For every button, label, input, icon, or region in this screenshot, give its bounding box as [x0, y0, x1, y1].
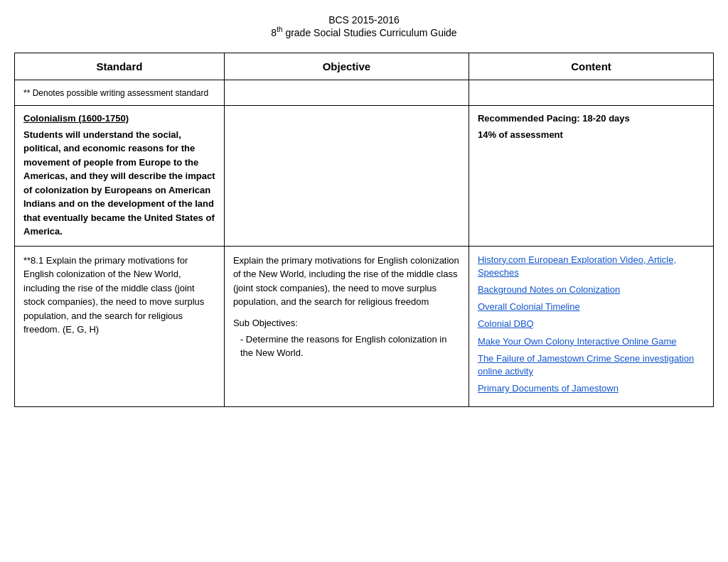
denotes-text: ** Denotes possible writing assessment s… [23, 88, 208, 98]
content-8-1-cell: History.com European Exploration Video, … [469, 246, 713, 407]
content-link-2[interactable]: Background Notes on Colonization [478, 283, 705, 296]
unit-objective-cell [224, 105, 469, 246]
table-row-unit: Colonialism (1600-1750) Students will un… [15, 105, 714, 246]
grade-number: 8 [271, 27, 277, 38]
grade-sup: th [277, 26, 282, 33]
content-link-6[interactable]: The Failure of Jamestown Crime Scene inv… [478, 352, 705, 378]
column-header-objective: Objective [224, 53, 469, 80]
content-link-5[interactable]: Make Your Own Colony Interactive Online … [478, 335, 705, 348]
standard-notes-cell: ** Denotes possible writing assessment s… [15, 80, 225, 105]
objective-8-1-main: Explain the primary motivations for Engl… [233, 254, 460, 309]
page-header: BCS 2015-2016 8th grade Social Studies C… [14, 14, 714, 38]
column-header-standard: Standard [15, 53, 225, 80]
objective-notes-cell [224, 80, 469, 105]
content-link-7[interactable]: Primary Documents of Jamestown [478, 382, 705, 395]
sub-objectives-list: Determine the reasons for English coloni… [233, 333, 460, 360]
content-link-4[interactable]: Colonial DBQ [478, 318, 705, 330]
header-title-line2: 8th grade Social Studies Curriculum Guid… [14, 26, 714, 38]
header-subtitle-suffix: grade Social Studies Curriculum Guide [283, 27, 457, 38]
unit-title: Colonialism (1600-1750) [23, 113, 215, 124]
content-link-3[interactable]: Overall Colonial Timeline [478, 301, 705, 313]
unit-content-cell: Recommended Pacing: 18-20 days 14% of as… [469, 105, 713, 246]
header-title-line1: BCS 2015-2016 [14, 14, 714, 26]
objective-8-1-cell: Explain the primary motivations for Engl… [224, 246, 469, 407]
unit-standard-cell: Colonialism (1600-1750) Students will un… [15, 105, 225, 246]
table-row-notes: ** Denotes possible writing assessment s… [15, 80, 714, 105]
standard-8-1-text: **8.1 Explain the primary motivations fo… [23, 255, 204, 335]
assessment-text: 14% of assessment [478, 129, 705, 140]
content-notes-cell [469, 80, 713, 105]
curriculum-table: Standard Objective Content ** Denotes po… [14, 53, 714, 408]
column-header-content: Content [469, 53, 713, 80]
sub-objectives: Sub Objectives: Determine the reasons fo… [233, 318, 460, 360]
table-row-8-1: **8.1 Explain the primary motivations fo… [15, 246, 714, 407]
content-link-1[interactable]: History.com European Exploration Video, … [478, 254, 705, 279]
sub-objectives-label: Sub Objectives: [233, 318, 460, 328]
sub-objective-item-1: Determine the reasons for English coloni… [240, 333, 460, 360]
standard-8-1-cell: **8.1 Explain the primary motivations fo… [15, 246, 225, 407]
unit-description: Students will understand the social, pol… [23, 128, 215, 239]
pacing-text: Recommended Pacing: 18-20 days [478, 113, 705, 124]
